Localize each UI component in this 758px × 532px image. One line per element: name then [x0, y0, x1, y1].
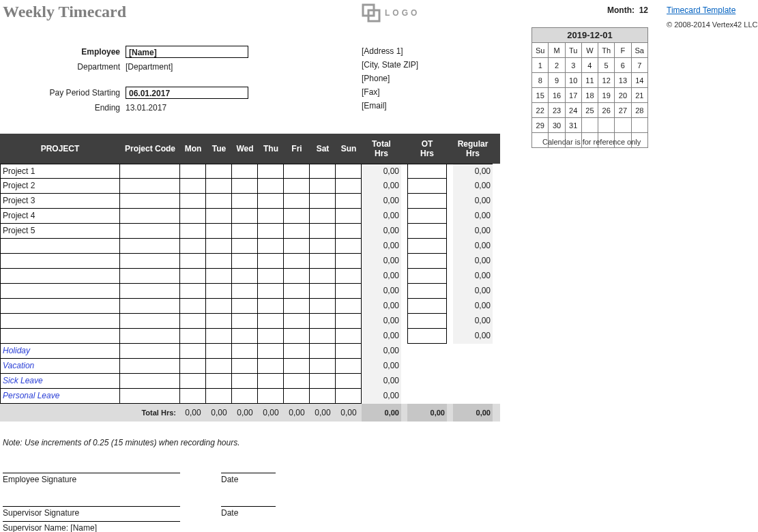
hours-cell[interactable] [336, 239, 362, 254]
employee-input[interactable]: [Name] [126, 46, 248, 58]
hours-cell[interactable] [232, 389, 258, 404]
hours-cell[interactable] [336, 284, 362, 299]
hours-cell[interactable] [310, 209, 336, 224]
hours-cell[interactable] [336, 254, 362, 269]
hours-cell[interactable] [284, 314, 310, 329]
hours-cell[interactable] [310, 164, 336, 179]
hours-cell[interactable] [284, 329, 310, 344]
hours-cell[interactable] [258, 224, 284, 239]
hours-cell[interactable] [180, 389, 206, 404]
supervisor-name-label[interactable]: Supervisor Name: [Name] [3, 521, 180, 532]
hours-cell[interactable] [232, 179, 258, 194]
hours-cell[interactable] [180, 179, 206, 194]
hours-cell[interactable] [206, 179, 232, 194]
hours-cell[interactable] [258, 209, 284, 224]
hours-cell[interactable] [180, 314, 206, 329]
hours-cell[interactable] [310, 344, 336, 359]
hours-cell[interactable] [336, 194, 362, 209]
hours-cell[interactable] [258, 344, 284, 359]
hours-cell[interactable] [336, 269, 362, 284]
project-code-cell[interactable] [120, 224, 180, 239]
hours-cell[interactable] [336, 164, 362, 179]
hours-cell[interactable] [336, 359, 362, 374]
ot-hrs-cell[interactable] [407, 209, 447, 224]
project-name-cell[interactable] [0, 239, 120, 254]
address-fax[interactable]: [Fax] [362, 85, 498, 99]
hours-cell[interactable] [336, 224, 362, 239]
pay-period-start-input[interactable]: 06.01.2017 [126, 87, 248, 99]
leave-code-cell[interactable] [120, 359, 180, 374]
hours-cell[interactable] [284, 389, 310, 404]
project-code-cell[interactable] [120, 314, 180, 329]
hours-cell[interactable] [180, 239, 206, 254]
leave-code-cell[interactable] [120, 389, 180, 404]
ot-hrs-cell[interactable] [407, 224, 447, 239]
hours-cell[interactable] [232, 239, 258, 254]
ot-hrs-cell[interactable] [407, 329, 447, 344]
hours-cell[interactable] [258, 239, 284, 254]
hours-cell[interactable] [284, 254, 310, 269]
address-email[interactable]: [Email] [362, 99, 498, 113]
ot-hrs-cell[interactable] [407, 239, 447, 254]
project-name-cell[interactable] [0, 314, 120, 329]
hours-cell[interactable] [232, 284, 258, 299]
project-code-cell[interactable] [120, 284, 180, 299]
hours-cell[interactable] [232, 344, 258, 359]
hours-cell[interactable] [232, 314, 258, 329]
hours-cell[interactable] [258, 164, 284, 179]
hours-cell[interactable] [232, 164, 258, 179]
hours-cell[interactable] [310, 224, 336, 239]
hours-cell[interactable] [258, 179, 284, 194]
hours-cell[interactable] [336, 344, 362, 359]
hours-cell[interactable] [180, 164, 206, 179]
hours-cell[interactable] [336, 179, 362, 194]
hours-cell[interactable] [180, 254, 206, 269]
project-code-cell[interactable] [120, 329, 180, 344]
department-input[interactable]: [Department] [126, 62, 248, 72]
hours-cell[interactable] [336, 329, 362, 344]
template-link[interactable]: Timecard Template [667, 5, 735, 15]
hours-cell[interactable] [206, 224, 232, 239]
hours-cell[interactable] [206, 254, 232, 269]
leave-code-cell[interactable] [120, 344, 180, 359]
hours-cell[interactable] [180, 194, 206, 209]
hours-cell[interactable] [206, 359, 232, 374]
hours-cell[interactable] [232, 374, 258, 389]
hours-cell[interactable] [310, 299, 336, 314]
project-name-cell[interactable]: Project 3 [0, 194, 120, 209]
address-phone[interactable]: [Phone] [362, 72, 498, 85]
hours-cell[interactable] [310, 359, 336, 374]
hours-cell[interactable] [206, 239, 232, 254]
ot-hrs-cell[interactable] [407, 179, 447, 194]
hours-cell[interactable] [284, 299, 310, 314]
hours-cell[interactable] [232, 194, 258, 209]
hours-cell[interactable] [232, 329, 258, 344]
ot-hrs-cell[interactable] [407, 314, 447, 329]
hours-cell[interactable] [336, 209, 362, 224]
hours-cell[interactable] [206, 344, 232, 359]
ot-hrs-cell[interactable] [407, 299, 447, 314]
hours-cell[interactable] [180, 374, 206, 389]
hours-cell[interactable] [284, 224, 310, 239]
hours-cell[interactable] [310, 389, 336, 404]
project-name-cell[interactable] [0, 284, 120, 299]
project-name-cell[interactable]: Project 2 [0, 179, 120, 194]
hours-cell[interactable] [310, 374, 336, 389]
hours-cell[interactable] [336, 374, 362, 389]
hours-cell[interactable] [336, 389, 362, 404]
hours-cell[interactable] [284, 209, 310, 224]
project-name-cell[interactable]: Project 4 [0, 209, 120, 224]
project-code-cell[interactable] [120, 164, 180, 179]
ot-hrs-cell[interactable] [407, 254, 447, 269]
project-code-cell[interactable] [120, 179, 180, 194]
hours-cell[interactable] [180, 224, 206, 239]
hours-cell[interactable] [258, 359, 284, 374]
hours-cell[interactable] [258, 314, 284, 329]
hours-cell[interactable] [258, 194, 284, 209]
hours-cell[interactable] [284, 194, 310, 209]
hours-cell[interactable] [180, 329, 206, 344]
hours-cell[interactable] [258, 374, 284, 389]
address-line2[interactable]: [City, State ZIP] [362, 58, 498, 72]
hours-cell[interactable] [180, 344, 206, 359]
project-code-cell[interactable] [120, 299, 180, 314]
